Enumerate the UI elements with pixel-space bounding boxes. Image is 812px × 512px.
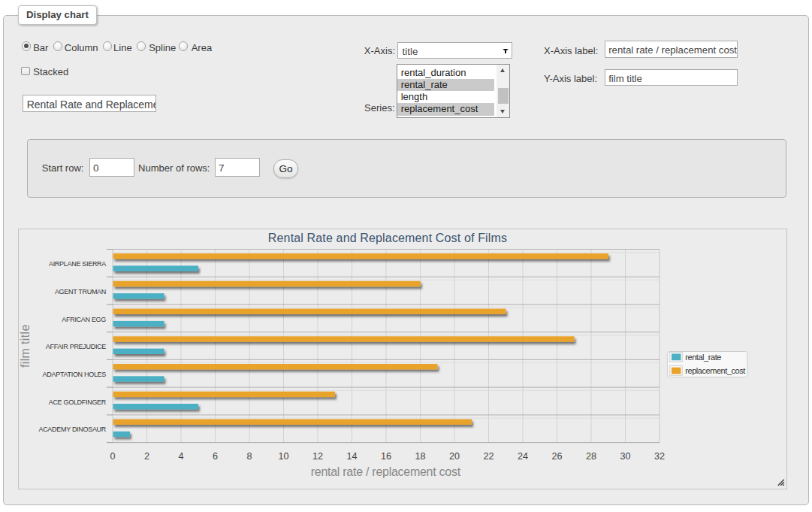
svg-text:0: 0 bbox=[110, 451, 115, 462]
svg-text:replacement_cost: replacement_cost bbox=[685, 366, 745, 375]
svg-text:2: 2 bbox=[144, 451, 149, 462]
svg-text:AIRPLANE SIERRA: AIRPLANE SIERRA bbox=[49, 260, 106, 268]
svg-text:ACE GOLDFINGER: ACE GOLDFINGER bbox=[49, 398, 107, 406]
svg-text:rental_rate: rental_rate bbox=[685, 353, 721, 362]
svg-text:AFFAIR PREJUDICE: AFFAIR PREJUDICE bbox=[46, 343, 107, 350]
svg-text:32: 32 bbox=[654, 451, 665, 462]
svg-text:Rental Rate and Replacement Co: Rental Rate and Replacement Cost of Film… bbox=[268, 232, 507, 244]
svg-text:4: 4 bbox=[178, 451, 183, 462]
svg-text:AFRICAN EGG: AFRICAN EGG bbox=[62, 316, 106, 323]
svg-text:ACADEMY DINOSAUR: ACADEMY DINOSAUR bbox=[38, 426, 106, 433]
svg-text:20: 20 bbox=[449, 451, 460, 462]
svg-text:16: 16 bbox=[381, 451, 391, 462]
svg-text:30: 30 bbox=[620, 451, 630, 462]
svg-text:18: 18 bbox=[415, 451, 425, 462]
svg-text:AGENT TRUMAN: AGENT TRUMAN bbox=[55, 288, 106, 295]
svg-text:8: 8 bbox=[246, 451, 252, 462]
svg-text:film title: film title bbox=[19, 324, 32, 368]
svg-text:10: 10 bbox=[278, 451, 288, 462]
svg-text:12: 12 bbox=[312, 451, 323, 462]
svg-text:28: 28 bbox=[586, 451, 596, 462]
svg-text:24: 24 bbox=[518, 451, 528, 462]
svg-text:14: 14 bbox=[346, 451, 357, 462]
svg-text:ADAPTATION HOLES: ADAPTATION HOLES bbox=[43, 371, 107, 378]
svg-text:26: 26 bbox=[551, 451, 562, 462]
svg-text:6: 6 bbox=[213, 451, 218, 462]
svg-text:rental rate / replacement cost: rental rate / replacement cost bbox=[311, 465, 461, 478]
svg-text:22: 22 bbox=[483, 451, 494, 462]
